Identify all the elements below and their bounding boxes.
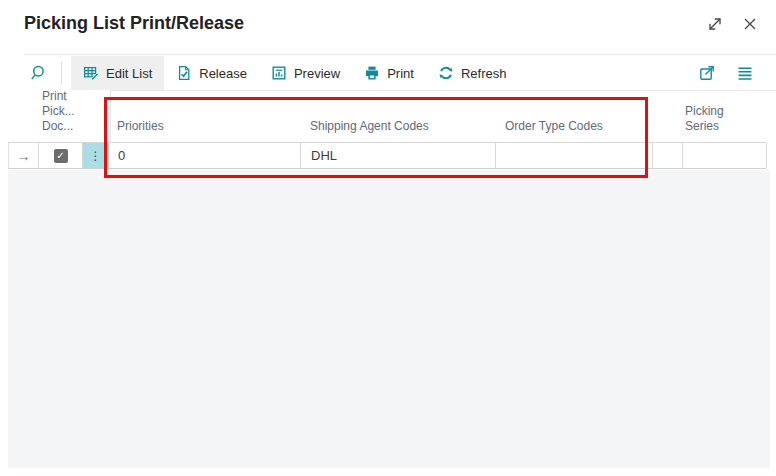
title-separator bbox=[24, 54, 776, 55]
preview-label: Preview bbox=[294, 66, 340, 81]
share-button[interactable] bbox=[692, 56, 722, 90]
drag-handle-icon: ⋮ bbox=[90, 149, 102, 163]
row-selector-cell[interactable]: → bbox=[9, 143, 39, 168]
search-button[interactable] bbox=[24, 56, 54, 90]
priorities-field[interactable]: 0 bbox=[109, 143, 301, 168]
column-header-print-pick-doc[interactable]: Print Pick... Doc... bbox=[42, 89, 75, 134]
column-header-order-type-codes[interactable]: Order Type Codes bbox=[505, 119, 603, 134]
refresh-label: Refresh bbox=[461, 66, 507, 81]
release-label: Release bbox=[199, 66, 247, 81]
column-header-shipping-agent-codes[interactable]: Shipping Agent Codes bbox=[310, 119, 429, 134]
page-title: Picking List Print/Release bbox=[24, 13, 244, 34]
refresh-button[interactable]: Refresh bbox=[426, 56, 519, 90]
preview-icon bbox=[271, 65, 287, 81]
content-background bbox=[8, 170, 770, 468]
spacer-cell bbox=[653, 143, 683, 168]
share-icon bbox=[698, 64, 716, 82]
shipping-agent-codes-field[interactable]: DHL bbox=[301, 143, 496, 168]
print-pick-doc-checkbox[interactable]: ✓ bbox=[54, 149, 68, 163]
picking-series-field[interactable] bbox=[683, 143, 767, 168]
release-button[interactable]: Release bbox=[164, 56, 259, 90]
window-controls bbox=[705, 14, 760, 34]
edit-list-label: Edit List bbox=[106, 66, 152, 81]
print-icon bbox=[364, 65, 380, 81]
row-drag-handle-cell[interactable]: ⋮ bbox=[83, 143, 109, 168]
row-select-arrow-icon: → bbox=[17, 148, 31, 164]
print-label: Print bbox=[387, 66, 414, 81]
expand-icon[interactable] bbox=[705, 14, 725, 34]
close-icon[interactable] bbox=[740, 14, 760, 34]
edit-list-icon bbox=[83, 65, 99, 81]
release-icon bbox=[176, 65, 192, 81]
table-row: → ✓ ⋮ 0 DHL bbox=[8, 142, 766, 169]
grid-header: Print Pick... Doc... Priorities Shipping… bbox=[0, 91, 776, 142]
toolbar-separator bbox=[61, 62, 62, 84]
column-header-picking-series[interactable]: Picking Series bbox=[685, 104, 724, 134]
checkmark-icon: ✓ bbox=[56, 151, 64, 161]
refresh-icon bbox=[438, 65, 454, 81]
frozen-pane-divider bbox=[110, 91, 111, 142]
edit-list-button[interactable]: Edit List bbox=[71, 56, 164, 90]
column-header-priorities[interactable]: Priorities bbox=[117, 119, 164, 134]
list-menu-icon bbox=[736, 64, 754, 82]
print-pick-doc-cell[interactable]: ✓ bbox=[39, 143, 83, 168]
action-toolbar: Edit List Release Preview bbox=[24, 56, 760, 90]
preview-button[interactable]: Preview bbox=[259, 56, 352, 90]
order-type-codes-field[interactable] bbox=[496, 143, 653, 168]
search-icon bbox=[30, 64, 48, 82]
picking-list-dialog: Picking List Print/Release bbox=[0, 0, 776, 476]
print-button[interactable]: Print bbox=[352, 56, 426, 90]
more-options-button[interactable] bbox=[730, 56, 760, 90]
